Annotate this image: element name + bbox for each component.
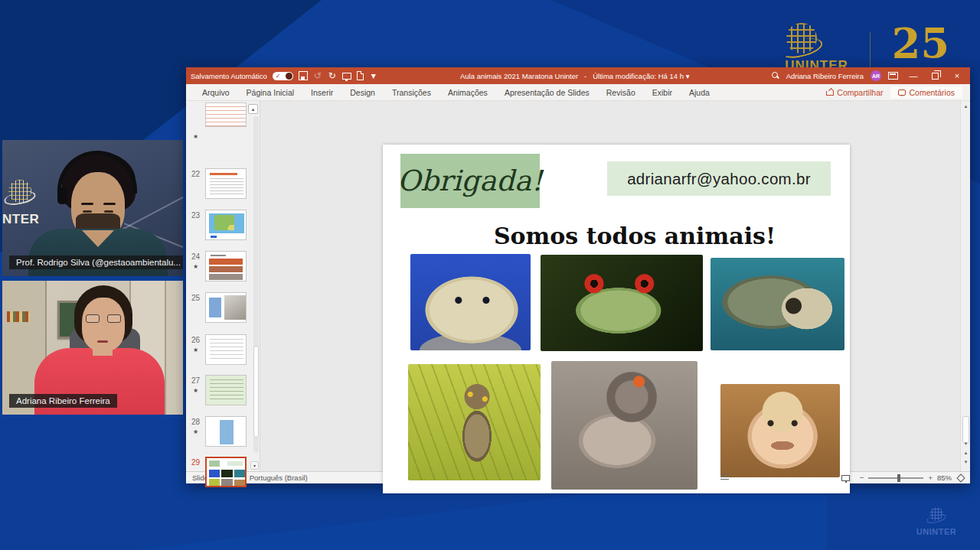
share-button[interactable]: Compartilhar: [818, 88, 890, 97]
thumbnail-image[interactable]: [205, 416, 247, 447]
zoom-slider-thumb[interactable]: [897, 474, 900, 482]
cam1-person-brow: [81, 203, 93, 205]
tab-ajuda[interactable]: Ajuda: [681, 88, 718, 97]
thumbnail-image[interactable]: [205, 457, 247, 487]
slide-image-tree-frog[interactable]: [541, 255, 703, 351]
fit-slide-to-window-icon[interactable]: [956, 474, 965, 482]
zoom-out-button[interactable]: −: [860, 474, 864, 482]
screen: UNINTER 25 UNINTER NTER Prof. Rodrigo Si…: [0, 0, 980, 550]
uninter-watermark: UNINTER: [910, 507, 963, 536]
new-document-icon[interactable]: [357, 71, 364, 80]
cam2-person-face: [82, 298, 125, 351]
anniversary-25: 25: [892, 23, 949, 64]
tab-inserir[interactable]: Inserir: [302, 88, 341, 97]
next-slide-button[interactable]: ▾: [961, 459, 971, 465]
cam1-person-brow: [103, 203, 116, 205]
title-dropdown-icon[interactable]: ▾: [686, 72, 690, 80]
account-name[interactable]: Adriana Ribeiro Ferreira: [786, 72, 864, 80]
thumbnail-scroll-down-button[interactable]: ▾: [250, 461, 259, 470]
title-bar: Salvamento Automático ✓ ↺ ↻ ▾ Aula anima…: [186, 67, 970, 84]
email-textbox[interactable]: adrianarfr@yahoo.com.br: [607, 161, 831, 196]
thanks-textbox[interactable]: Obrigada!: [400, 154, 540, 208]
tab-apresentacao[interactable]: Apresentação de Slides: [496, 88, 598, 97]
slide-number: 25: [191, 294, 200, 302]
animation-star-icon: ★: [193, 133, 198, 140]
thumbnail-image[interactable]: [205, 375, 247, 405]
close-button[interactable]: ×: [949, 67, 965, 84]
tab-revisao[interactable]: Revisão: [598, 88, 644, 97]
share-icon: [826, 89, 834, 96]
collapse-panel-button[interactable]: ▴: [248, 104, 258, 114]
cam2-books: [7, 311, 30, 322]
start-slideshow-icon[interactable]: [342, 73, 351, 80]
thumbnail-image[interactable]: [205, 292, 247, 323]
slide-image-pufferfish[interactable]: [410, 254, 531, 350]
slide-number: 28: [191, 418, 200, 426]
slide-heading[interactable]: Somos todos animais!: [383, 223, 850, 249]
tab-animacoes[interactable]: Animações: [439, 88, 496, 97]
thumbnail-image[interactable]: [205, 334, 247, 365]
avatar[interactable]: AR: [871, 70, 881, 81]
zoom-slider-track: [868, 477, 923, 479]
scroll-down-button[interactable]: ▾: [961, 441, 971, 447]
participant-name-label: Adriana Ribeiro Ferreira: [9, 394, 117, 408]
redo-icon[interactable]: ↻: [328, 71, 337, 80]
autosave-toggle[interactable]: ✓: [273, 72, 293, 80]
thumbnail-image[interactable]: [205, 251, 247, 282]
thumbnail-image[interactable]: [205, 103, 247, 127]
notes-icon: [720, 474, 729, 481]
brand-divider: [870, 32, 871, 67]
tab-transicoes[interactable]: Transições: [384, 88, 439, 97]
tab-design[interactable]: Design: [341, 88, 384, 97]
check-icon: ✓: [276, 72, 281, 80]
zoom-slider[interactable]: [868, 474, 923, 482]
tab-arquivo[interactable]: Arquivo: [194, 88, 238, 97]
last-modified-text: Última modificação: Há 14 h: [593, 72, 684, 80]
titlebar-right: Adriana Ribeiro Ferreira AR — ×: [772, 67, 965, 84]
zoom-level[interactable]: 85%: [937, 474, 952, 482]
thumbnail-scrollbar[interactable]: [253, 116, 259, 453]
slide-image-baby[interactable]: [720, 384, 840, 477]
slide-canvas[interactable]: Obrigada! adrianarfr@yahoo.com.br Somos …: [383, 145, 850, 493]
undo-icon[interactable]: ↺: [313, 71, 322, 80]
tab-exibir[interactable]: Exibir: [644, 88, 681, 97]
zoom-controls: − + 85%: [860, 474, 964, 482]
slide-number: 22: [191, 170, 200, 178]
participant-name-label: Prof. Rodrigo Silva (@gestaoambientalu..…: [9, 255, 183, 269]
thumbnail-image[interactable]: [205, 168, 247, 199]
document-title-text: Aula animais 2021 Maratona Uninter: [460, 72, 578, 80]
slide-thumbnail-panel: ★ 22 23 24 ★ 25: [186, 101, 260, 471]
ribbon-tab-bar: Arquivo Página Inicial Inserir Design Tr…: [186, 84, 970, 101]
autosave-label: Salvamento Automático: [191, 72, 267, 80]
scroll-up-button[interactable]: ▴: [961, 103, 971, 109]
slide-image-sea-turtle[interactable]: [710, 258, 844, 350]
search-icon[interactable]: [772, 72, 779, 80]
customize-toolbar-dropdown-icon[interactable]: ▾: [369, 71, 378, 80]
thumbnail-image[interactable]: [205, 210, 247, 240]
uninter-25-brand: UNINTER 25: [780, 23, 949, 73]
editor-scrollbar-thumb[interactable]: [962, 416, 969, 444]
save-icon[interactable]: [299, 71, 308, 80]
zoom-in-button[interactable]: +: [928, 474, 933, 482]
ribbon-display-options-icon[interactable]: [888, 72, 898, 80]
restore-button[interactable]: [932, 73, 939, 80]
editor-scrollbar[interactable]: ▴ ▾ ▴ ▾: [960, 101, 970, 471]
tab-pagina-inicial[interactable]: Página Inicial: [238, 88, 302, 97]
cam1-person-eye: [104, 210, 113, 213]
cam2-glasses: [86, 314, 121, 324]
slide-number: 24: [191, 252, 200, 261]
slide-number: 26: [191, 336, 200, 344]
cam1-person-eye: [83, 210, 92, 213]
workspace: ★ 22 23 24 ★ 25: [186, 101, 970, 471]
slide-editor-area: Obrigada! adrianarfr@yahoo.com.br Somos …: [260, 101, 970, 471]
uninter-watermark-text: UNINTER: [910, 527, 963, 536]
thumbnail-scrollbar-thumb[interactable]: [253, 346, 259, 438]
powerpoint-window: Salvamento Automático ✓ ↺ ↻ ▾ Aula anima…: [186, 67, 970, 483]
slide-image-monkeys[interactable]: [551, 361, 697, 490]
animation-star-icon: ★: [193, 263, 198, 270]
minimize-button[interactable]: —: [905, 67, 922, 84]
language-selector[interactable]: Português (Brasil): [250, 474, 308, 482]
comments-button[interactable]: Comentários: [890, 86, 962, 99]
slide-image-owl[interactable]: [408, 364, 541, 480]
previous-slide-button[interactable]: ▴: [961, 450, 971, 456]
